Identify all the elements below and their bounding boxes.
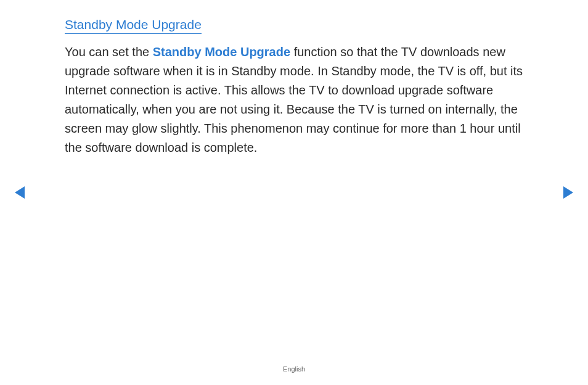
prev-page-button[interactable] xyxy=(12,185,26,200)
body-suffix: function so that the TV downloads new up… xyxy=(65,45,523,154)
svg-marker-0 xyxy=(15,186,25,199)
svg-marker-1 xyxy=(563,186,573,199)
body-prefix: You can set the xyxy=(65,45,153,59)
arrow-left-icon xyxy=(12,185,26,200)
next-page-button[interactable] xyxy=(562,185,576,200)
body-term: Standby Mode Upgrade xyxy=(153,45,290,59)
body-paragraph: You can set the Standby Mode Upgrade fun… xyxy=(65,43,523,157)
footer-language-label: English xyxy=(0,365,588,373)
arrow-right-icon xyxy=(562,185,576,200)
page-content: Standby Mode Upgrade You can set the Sta… xyxy=(0,0,588,157)
page-heading: Standby Mode Upgrade xyxy=(65,17,202,34)
